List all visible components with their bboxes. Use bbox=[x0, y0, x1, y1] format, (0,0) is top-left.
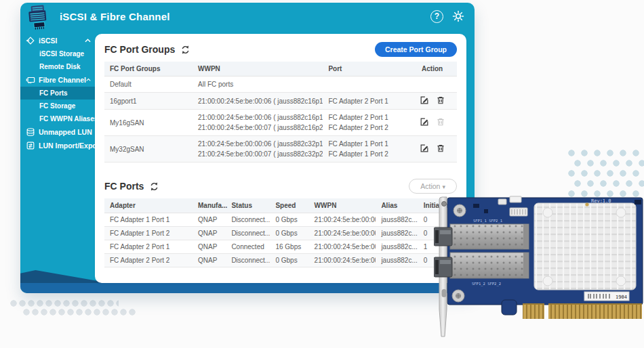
sidebar-item-iscsi[interactable]: iSCSI bbox=[20, 34, 95, 47]
column-header: WWPN bbox=[309, 198, 376, 213]
database-icon bbox=[26, 127, 35, 137]
port-status: Connected bbox=[226, 240, 270, 254]
sidebar-item-remote-disk[interactable]: Remote Disk bbox=[20, 60, 95, 73]
sidebar-item-label: Unmapped LUN bbox=[39, 128, 92, 136]
heatsink bbox=[534, 203, 636, 290]
group-name: Default bbox=[104, 77, 193, 93]
table-row[interactable]: FC Adapter 1 Port 2 QNAP Disconnect... 0… bbox=[104, 227, 457, 240]
port-speed: 0 Gbps bbox=[270, 254, 308, 267]
port-manufacturer: QNAP bbox=[193, 240, 226, 254]
create-port-group-button[interactable]: Create Port Group bbox=[375, 42, 457, 57]
port-groups-header: FC Port Groups Create Port Group bbox=[104, 42, 457, 57]
port-alias: jauss882c... bbox=[376, 227, 418, 240]
group-wwpn: 21:00:24:5e:be:00:00:06 ( jauss882c32p1 … bbox=[193, 136, 323, 162]
group-wwpn: 21:00:00:24:5e:be:00:06 ( jauss882c16p1 … bbox=[193, 110, 323, 136]
port-manufacturer: QNAP bbox=[193, 213, 226, 227]
port-wwpn: 21:00:00:24:5e:be:00... bbox=[309, 240, 376, 254]
help-icon[interactable]: ? bbox=[430, 10, 443, 23]
column-header: FC Port Groups bbox=[104, 62, 193, 77]
group-port: FC Adapter 2 Port 1 bbox=[323, 93, 407, 110]
sidebar-item-iscsi-storage[interactable]: iSCSI Storage bbox=[20, 47, 95, 60]
table-row[interactable]: FC Adapter 2 Port 2 QNAP Disconnect... 0… bbox=[104, 254, 457, 267]
decor-dots-bottom-left-row2 bbox=[23, 309, 136, 316]
port-adapter: FC Adapter 2 Port 1 bbox=[104, 240, 193, 254]
lun-import-export-icon bbox=[26, 141, 35, 150]
app-header: iSCSI & Fibre Channel ? bbox=[20, 3, 475, 30]
sidebar-item-fibre-channel[interactable]: Fibre Channel bbox=[20, 73, 95, 87]
chevron-up-icon bbox=[86, 78, 91, 82]
sidebar-item-label: Remote Disk bbox=[39, 63, 81, 70]
sidebar-item-label: LUN Import/Export bbox=[39, 142, 102, 150]
sidebar-item-fc-ports[interactable]: FC Ports bbox=[20, 87, 95, 100]
port-manufacturer: QNAP bbox=[193, 254, 226, 267]
nas-app-icon bbox=[26, 5, 54, 30]
group-name: My16gSAN bbox=[104, 110, 193, 136]
fc-ports-title: FC Ports bbox=[104, 181, 144, 192]
sidebar-item-label: FC Ports bbox=[39, 89, 68, 97]
port-manufacturer: QNAP bbox=[193, 227, 226, 240]
port-status: Disconnect... bbox=[226, 254, 270, 267]
delete-icon[interactable] bbox=[436, 95, 445, 105]
action-dropdown-button[interactable]: Action bbox=[409, 179, 457, 194]
column-header: Adapter bbox=[104, 198, 193, 213]
table-row[interactable]: FC Adapter 2 Port 1 QNAP Connected 16 Gb… bbox=[104, 240, 457, 254]
sidebar-item-label: FC Storage bbox=[39, 102, 75, 110]
table-row[interactable]: FC Adapter 1 Port 1 QNAP Disconnect... 0… bbox=[104, 213, 457, 227]
sidebar-item-fc-wwpn-aliases[interactable]: FC WWPN Aliases bbox=[20, 112, 95, 125]
group-actions bbox=[407, 77, 457, 93]
gear-icon[interactable] bbox=[451, 9, 465, 23]
sidebar-item-fc-storage[interactable]: FC Storage bbox=[20, 100, 95, 112]
port-wwpn: 21:00:00:24:5e:be:00... bbox=[309, 254, 376, 267]
column-header: Alias bbox=[376, 198, 418, 213]
column-header: Port bbox=[323, 62, 407, 77]
board-sticker-label: 1904 bbox=[616, 295, 627, 300]
group-port: FC Adapter 1 Port 1 FC Adapter 1 Port 2 bbox=[323, 136, 407, 162]
page: iSCSI & Fibre Channel ? bbox=[0, 0, 644, 348]
fc-ports-table: Adapter Manufa... Status Speed WWPN Alia… bbox=[104, 198, 457, 267]
group-actions bbox=[407, 110, 457, 136]
table-row[interactable]: Default All FC ports bbox=[104, 77, 457, 93]
sidebar-item-unmapped-lun[interactable]: Unmapped LUN bbox=[20, 125, 95, 139]
column-header: Speed bbox=[270, 198, 308, 213]
port-alias: jauss882c... bbox=[376, 213, 418, 227]
port-adapter: FC Adapter 1 Port 1 bbox=[104, 213, 193, 227]
port-status: Disconnect... bbox=[226, 227, 270, 240]
chevron-up-icon bbox=[85, 39, 91, 43]
delete-icon-disabled bbox=[436, 117, 445, 127]
sfp-top-label: SFP1_1 SFP2_1 bbox=[473, 219, 502, 223]
column-header: WWPN bbox=[193, 62, 323, 77]
content-panel: FC Port Groups Create Port Group FC Port… bbox=[95, 34, 466, 283]
group-actions bbox=[407, 93, 457, 110]
help-glyph: ? bbox=[435, 12, 439, 21]
port-speed: 0 Gbps bbox=[270, 227, 308, 240]
port-wwpn: 21:00:24:5e:be:00:00... bbox=[309, 227, 376, 240]
group-port: FC Adapter 2 Port 1 FC Adapter 2 Port 2 bbox=[323, 110, 407, 136]
sidebar-item-label: iSCSI Storage bbox=[39, 50, 84, 58]
column-header: Status bbox=[226, 198, 270, 213]
edit-icon[interactable] bbox=[420, 95, 429, 105]
port-alias: jauss882c... bbox=[376, 254, 418, 267]
port-groups-title: FC Port Groups bbox=[104, 44, 175, 55]
group-name: 16gport1 bbox=[104, 93, 193, 110]
group-wwpn: 21:00:00:24:5e:be:00:06 ( jauss882c16p1 … bbox=[193, 93, 323, 110]
group-name: My32gSAN bbox=[104, 136, 193, 162]
decor-dots-top-right bbox=[568, 150, 644, 200]
port-speed: 0 Gbps bbox=[270, 213, 308, 227]
app-window: iSCSI & Fibre Channel ? bbox=[20, 3, 475, 293]
edit-icon[interactable] bbox=[420, 117, 429, 127]
sidebar-item-lun-import-export[interactable]: LUN Import/Export bbox=[20, 139, 95, 152]
decor-dots-bottom-left-row1 bbox=[10, 300, 119, 307]
port-speed: 16 Gbps bbox=[270, 240, 308, 254]
refresh-icon[interactable] bbox=[149, 181, 159, 192]
edit-icon[interactable] bbox=[420, 144, 429, 153]
table-row[interactable]: My16gSAN 21:00:00:24:5e:be:00:06 ( jauss… bbox=[104, 110, 457, 136]
group-actions bbox=[407, 136, 457, 162]
table-header-row: FC Port Groups WWPN Port Action bbox=[104, 62, 457, 77]
table-row[interactable]: 16gport1 21:00:00:24:5e:be:00:06 ( jauss… bbox=[104, 93, 457, 110]
refresh-icon[interactable] bbox=[180, 45, 190, 55]
port-wwpn: 21:00:24:5e:be:00:00... bbox=[309, 213, 376, 227]
sfp-bottom-label: SFP1_2 SFP2_2 bbox=[472, 282, 501, 286]
table-row[interactable]: My32gSAN 21:00:24:5e:be:00:00:06 ( jauss… bbox=[104, 136, 457, 162]
delete-icon[interactable] bbox=[436, 144, 445, 153]
column-header: Action bbox=[407, 62, 457, 77]
